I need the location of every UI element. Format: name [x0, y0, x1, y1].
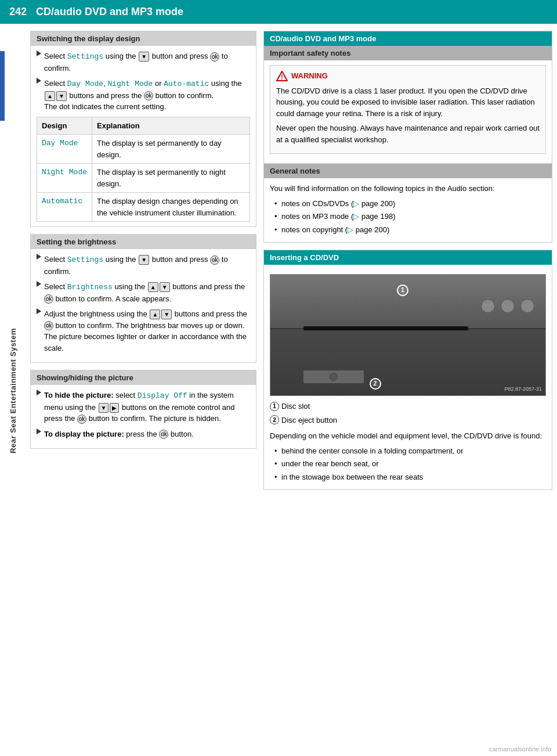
brightness-step-1: Select Settings using the ▼ button and p… [37, 254, 250, 277]
design-table: Design Explanation Day Mode The display … [37, 117, 250, 222]
list-item: behind the center console in a folding c… [274, 445, 546, 457]
brightness-step-3: Adjust the brightness using the ▲▼ butto… [37, 308, 250, 354]
warning-para-1: The CD/DVD drive is a class 1 laser prod… [276, 85, 540, 120]
auto-mono: Auto-matic [164, 80, 209, 88]
ok-btn-b1: ok [210, 255, 219, 265]
down-btn-1: ▼ [139, 52, 149, 62]
display-off-mono: Display Off [138, 391, 187, 400]
down-btn-b2: ▼ [160, 282, 170, 292]
switch-step-1-text: Select Settings using the ▼ button and p… [44, 51, 250, 74]
cd-btn-2 [501, 299, 515, 313]
explanation-cell-2: The display is set permanently to night … [92, 164, 250, 193]
arrow-icon [37, 51, 41, 56]
arrow-icon-s2 [37, 429, 41, 434]
cd-eject-panel [303, 370, 364, 383]
general-notes-list: notes on CDs/DVDs (▷ page 200) notes on … [274, 198, 546, 236]
header-title: CD/audio DVD and MP3 mode [36, 6, 183, 18]
cd-btn-1 [481, 299, 495, 313]
svg-text:!: ! [281, 74, 283, 81]
right-column: CD/audio DVD and MP3 mode Important safe… [263, 31, 552, 497]
callout-2-marker: 2 [370, 378, 381, 390]
brightness-step-2-text: Select Brightness using the ▲▼ buttons a… [44, 281, 250, 304]
table-row: Night Mode The display is set permanentl… [37, 164, 250, 193]
triangle-ref-3: ▷ [348, 225, 353, 234]
table-row: Automatic The display design changes dep… [37, 193, 250, 222]
sidebar-accent [0, 51, 5, 121]
day-mode-mono: Day Mode [67, 80, 103, 88]
brightness-content: Select Settings using the ▼ button and p… [31, 249, 256, 362]
inserting-list: behind the center console in a folding c… [274, 445, 546, 483]
showing-section-title: Showing/hiding the picture [31, 370, 256, 385]
brightness-mono: Brightness [67, 283, 113, 291]
triangle-ref: ▷ [353, 199, 359, 208]
inserting-title: Inserting a CD/DVD [264, 250, 552, 265]
list-item: notes on MP3 mode (▷ page 198) [274, 211, 546, 222]
warning-triangle-icon: ! [276, 71, 288, 81]
up-btn-b: ▲ [148, 282, 158, 292]
page-number: 242 [9, 6, 27, 18]
callout-label-2: Disc eject button [281, 415, 337, 426]
night-mode-mono: Night Mode [107, 80, 153, 88]
footer-watermark: carmanualsonline.info [489, 746, 551, 753]
callout-1-marker: 1 [397, 285, 408, 296]
callout-num-2: 2 [270, 415, 279, 424]
sidebar-label: Rear Seat Entertainment System [9, 328, 17, 453]
design-cell-1: Day Mode [37, 135, 92, 164]
switching-section-title: Switching the display design [31, 31, 256, 46]
right-btn-s: ▶ [110, 403, 119, 413]
general-notes-title: General notes [264, 164, 552, 178]
up-btn: ▲ [45, 91, 55, 101]
brightness-step-1-text: Select Settings using the ▼ button and p… [44, 254, 250, 277]
arrow-icon-b2 [37, 281, 41, 287]
ok-btn-b2: ok [44, 294, 53, 304]
switching-section-content: Select Settings using the ▼ button and p… [31, 46, 256, 226]
safety-subsection: Important safety notes ! WARNING [264, 46, 552, 164]
cd-buttons [481, 299, 534, 313]
settings-mono-b: Settings [67, 255, 103, 264]
up-btn-b3: ▲ [150, 309, 160, 319]
arrow-icon-b3 [37, 308, 41, 314]
warning-box: ! WARNING The CD/DVD drive is a class 1 … [270, 65, 546, 154]
showing-step-1-text: To hide the picture: select Display Off … [44, 390, 250, 424]
explanation-cell-1: The display is set permanently to day de… [92, 135, 250, 164]
list-item: notes on copyright (▷ page 200) [274, 224, 546, 236]
left-column: Switching the display design Select Sett… [30, 31, 256, 497]
warning-triangle-svg: ! [276, 71, 288, 81]
showing-step-2-text: To display the picture: press the ok but… [44, 429, 250, 440]
warning-para-2: Never open the housing. Always have main… [276, 123, 540, 145]
safety-title: Important safety notes [264, 46, 552, 60]
col-explanation: Explanation [92, 117, 250, 135]
callout-num-1: 1 [270, 402, 279, 411]
showing-content: To hide the picture: select Display Off … [31, 385, 256, 448]
arrow-icon-2 [37, 78, 41, 84]
design-cell-3: Automatic [37, 193, 92, 222]
showing-step-1: To hide the picture: select Display Off … [37, 390, 250, 424]
showing-section: Showing/hiding the picture To hide the p… [30, 370, 256, 449]
header-bar: 242 CD/audio DVD and MP3 mode [0, 0, 557, 24]
brightness-section: Setting the brightness Select Settings u… [30, 234, 256, 363]
safety-content: ! WARNING The CD/DVD drive is a class 1 … [264, 60, 552, 163]
image-ref: P82.87-2057-31 [504, 386, 542, 394]
switch-step-1: Select Settings using the ▼ button and p… [37, 51, 250, 74]
display-label: To display the picture: [44, 430, 124, 438]
brightness-step-3-text: Adjust the brightness using the ▲▼ butto… [44, 308, 250, 354]
cd-eject-inner [330, 373, 338, 381]
ok-btn-s2: ok [159, 430, 168, 439]
col-design: Design [37, 117, 92, 135]
inserting-para: Depending on the vehicle model and equip… [270, 430, 546, 442]
ok-btn-s1: ok [77, 415, 86, 424]
sidebar: Rear Seat Entertainment System [0, 26, 26, 756]
switching-section: Switching the display design Select Sett… [30, 31, 256, 227]
cd-btn-3 [520, 299, 534, 313]
dot-note: The dot indicates the current setting. [44, 102, 166, 111]
warning-label: WARNING [291, 70, 328, 82]
list-item: in the stowage box between the rear seat… [274, 471, 546, 483]
general-notes-intro: You will find information on the followi… [270, 183, 546, 195]
cd-device-body: 1 2 P82.87-2 [270, 275, 545, 395]
cd-device-image: 1 2 P82.87-2 [270, 274, 546, 396]
list-item: under the rear bench seat, or [274, 458, 546, 470]
callout-1: 1 Disc slot [270, 401, 546, 412]
design-cell-2: Night Mode [37, 164, 92, 193]
switch-step-2: Select Day Mode, Night Mode or Auto-mati… [37, 78, 250, 113]
ok-btn-1: ok [210, 52, 219, 62]
